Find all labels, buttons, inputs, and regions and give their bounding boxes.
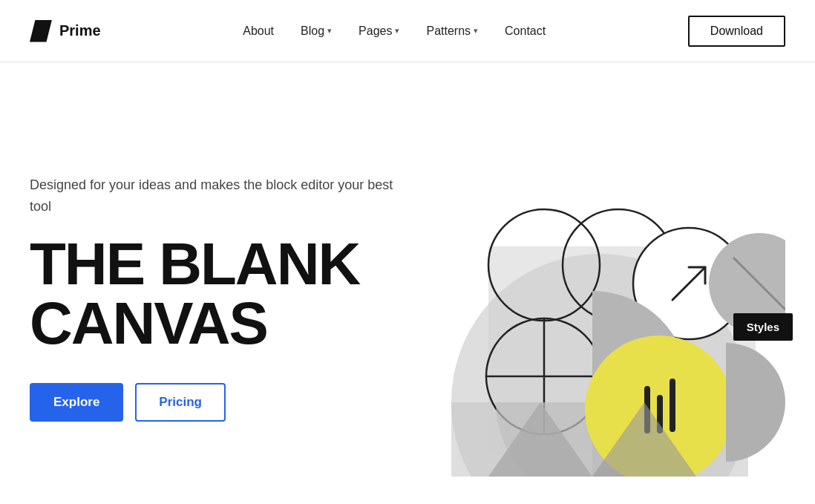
hero-title: THE BLANK CANVAS xyxy=(30,235,401,353)
chevron-down-icon: ▾ xyxy=(474,26,478,36)
nav-about[interactable]: About xyxy=(243,24,274,38)
chevron-down-icon: ▾ xyxy=(327,26,332,36)
nav-pages[interactable]: Pages ▾ xyxy=(359,24,399,38)
hero-illustration xyxy=(414,120,785,477)
download-button[interactable]: Download xyxy=(688,16,785,47)
navbar: Prime About Blog ▾ Pages ▾ Patterns ▾ Co… xyxy=(0,0,815,62)
hero-subtitle: Designed for your ideas and makes the bl… xyxy=(30,174,401,217)
hero-graphic: Styles xyxy=(414,120,785,477)
nav-patterns[interactable]: Patterns ▾ xyxy=(426,24,478,38)
logo-icon xyxy=(30,20,52,42)
hero-left: Designed for your ideas and makes the bl… xyxy=(30,174,401,422)
logo-text: Prime xyxy=(59,22,101,39)
explore-button[interactable]: Explore xyxy=(30,383,123,422)
styles-badge: Styles xyxy=(733,313,793,341)
pricing-button[interactable]: Pricing xyxy=(135,383,226,422)
nav-blog[interactable]: Blog ▾ xyxy=(301,24,332,38)
hero-section: Designed for your ideas and makes the bl… xyxy=(0,62,815,504)
nav-contact[interactable]: Contact xyxy=(505,24,546,38)
svg-rect-15 xyxy=(670,379,675,432)
hero-buttons: Explore Pricing xyxy=(30,383,401,422)
logo[interactable]: Prime xyxy=(30,20,101,42)
nav-links: About Blog ▾ Pages ▾ Patterns ▾ Contact xyxy=(243,24,546,38)
chevron-down-icon: ▾ xyxy=(395,26,399,36)
